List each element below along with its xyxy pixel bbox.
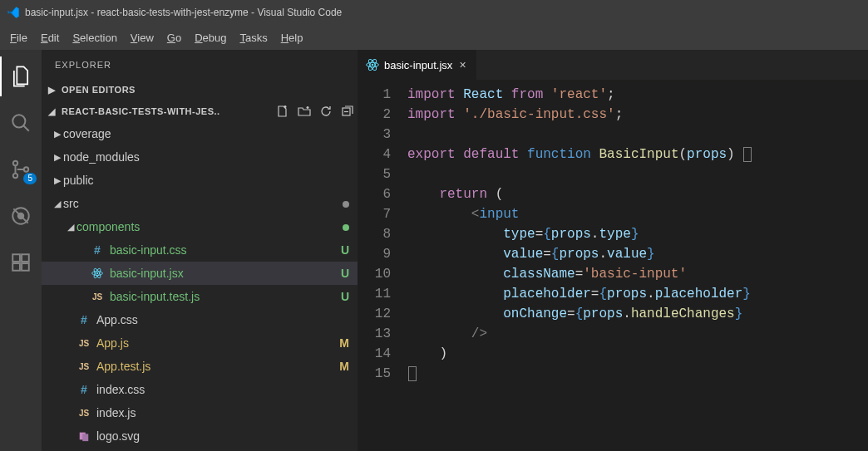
code-line[interactable]: return ( xyxy=(407,184,868,204)
svg-rect-19 xyxy=(82,434,88,441)
refresh-icon[interactable] xyxy=(319,105,333,118)
tree-label: basic-input.jsx xyxy=(110,267,333,280)
file-index-css[interactable]: #index.css xyxy=(42,378,358,401)
code-line[interactable]: onChange={props.handleChanges} xyxy=(407,304,868,324)
line-number: 3 xyxy=(358,125,391,145)
code-line[interactable]: ) xyxy=(407,344,868,364)
tree-label: index.js xyxy=(96,406,333,419)
window-title: basic-input.jsx - react-basic-tests-with… xyxy=(25,7,342,18)
svg-point-17 xyxy=(96,272,98,274)
code-line[interactable]: className='basic-input' xyxy=(407,264,868,284)
file-index-js[interactable]: JSindex.js xyxy=(42,401,358,424)
svg-rect-10 xyxy=(12,263,20,271)
tree-label: components xyxy=(76,220,333,233)
file-app-js[interactable]: JSApp.jsM xyxy=(42,331,358,355)
js-icon: JS xyxy=(76,362,91,371)
line-number: 7 xyxy=(358,204,391,224)
line-number: 13 xyxy=(358,324,391,344)
new-folder-icon[interactable] xyxy=(298,105,311,118)
code-line[interactable]: export default function BasicInput(props… xyxy=(407,145,868,164)
code-line[interactable]: import React from 'react'; xyxy=(407,85,868,105)
activity-extensions[interactable] xyxy=(0,243,42,282)
menu-file[interactable]: File xyxy=(3,28,34,47)
menu-debug[interactable]: Debug xyxy=(188,28,233,47)
code-line[interactable] xyxy=(407,125,868,145)
folder-components[interactable]: ◢components xyxy=(42,215,358,238)
tree-label: basic-input.test.js xyxy=(110,290,333,303)
activity-search[interactable] xyxy=(0,103,42,143)
extensions-icon xyxy=(10,252,32,273)
git-status: M xyxy=(333,336,349,350)
code-line[interactable] xyxy=(407,364,868,384)
file-basic-input-css[interactable]: #basic-input.cssU xyxy=(42,238,358,262)
activity-debug[interactable] xyxy=(0,196,42,236)
line-number: 4 xyxy=(358,145,391,164)
chevron-right-icon: ▶ xyxy=(52,152,63,163)
activity-explorer[interactable] xyxy=(0,56,42,96)
tree-label: App.test.js xyxy=(96,360,333,373)
tree-label: logo.svg xyxy=(96,429,333,443)
line-number: 15 xyxy=(358,364,391,384)
code-content[interactable]: import React from 'react';import './basi… xyxy=(407,85,868,451)
bracket-highlight xyxy=(743,147,752,162)
open-editors-label: OPEN EDITORS xyxy=(62,85,354,95)
git-status: U xyxy=(333,290,349,303)
hash-icon: # xyxy=(90,243,105,257)
file-app-css[interactable]: #App.css xyxy=(42,308,358,331)
file-basic-input-jsx[interactable]: basic-input.jsxU xyxy=(42,262,358,285)
editor-tabs: basic-input.jsx × xyxy=(358,50,868,80)
folder-coverage[interactable]: ▶coverage xyxy=(42,122,358,145)
close-icon[interactable]: × xyxy=(457,58,467,71)
chevron-right-icon: ▶ xyxy=(52,175,63,186)
tree-label: basic-input.css xyxy=(110,243,333,257)
sidebar: EXPLORER ▶ OPEN EDITORS ◢ REACT-BASIC-TE… xyxy=(42,50,358,451)
code-line[interactable]: placeholder={props.placeholder} xyxy=(407,284,868,304)
chevron-right-icon: ▶ xyxy=(52,129,63,140)
chevron-down-icon: ◢ xyxy=(48,106,58,117)
file-logo-svg[interactable]: logo.svg xyxy=(42,424,358,448)
hash-icon: # xyxy=(76,383,91,396)
tree-label: App.js xyxy=(96,336,333,350)
js-icon: JS xyxy=(90,292,105,301)
folder-public[interactable]: ▶public xyxy=(42,169,358,192)
section-open-editors[interactable]: ▶ OPEN EDITORS xyxy=(42,79,358,100)
file-app-test-js[interactable]: JSApp.test.jsM xyxy=(42,355,358,378)
folder-src[interactable]: ◢src xyxy=(42,192,358,215)
collapse-all-icon[interactable] xyxy=(341,105,354,118)
line-number: 11 xyxy=(358,284,391,304)
menu-help[interactable]: Help xyxy=(274,28,310,47)
line-number: 5 xyxy=(358,164,391,184)
tab-basic-input[interactable]: basic-input.jsx × xyxy=(358,50,477,80)
code-line[interactable]: import './basic-input.css'; xyxy=(407,105,868,125)
code-line[interactable]: type={props.type} xyxy=(407,224,868,244)
vscode-logo-icon xyxy=(7,6,20,19)
chevron-down-icon: ◢ xyxy=(65,222,76,233)
file-basic-input-test-js[interactable]: JSbasic-input.test.jsU xyxy=(42,285,358,308)
section-project[interactable]: ◢ REACT-BASIC-TESTS-WITH-JES.. xyxy=(42,100,358,122)
tree-label: App.css xyxy=(96,313,333,326)
menu-view[interactable]: View xyxy=(124,28,160,47)
project-label: REACT-BASIC-TESTS-WITH-JES.. xyxy=(62,106,276,116)
menu-selection[interactable]: Selection xyxy=(66,28,123,47)
code-editor[interactable]: 123456789101112131415 import React from … xyxy=(358,80,868,451)
tree-label: index.css xyxy=(96,383,333,396)
js-icon: JS xyxy=(76,339,91,348)
code-line[interactable]: /> xyxy=(407,324,868,344)
code-line[interactable]: value={props.value} xyxy=(407,244,868,264)
code-line[interactable] xyxy=(407,164,868,184)
new-file-icon[interactable] xyxy=(276,105,289,118)
menu-tasks[interactable]: Tasks xyxy=(233,28,274,47)
menu-edit[interactable]: Edit xyxy=(34,28,66,47)
menubar: FileEditSelectionViewGoDebugTasksHelp xyxy=(0,25,868,50)
titlebar: basic-input.jsx - react-basic-tests-with… xyxy=(0,0,868,25)
folder-node-modules[interactable]: ▶node_modules xyxy=(42,145,358,169)
activity-scm[interactable]: 5 xyxy=(0,150,42,189)
code-line[interactable]: <input xyxy=(407,204,868,224)
git-status: U xyxy=(333,267,349,280)
menu-go[interactable]: Go xyxy=(160,28,188,47)
bracket-highlight xyxy=(408,366,417,381)
git-status: M xyxy=(333,360,349,373)
line-number: 6 xyxy=(358,184,391,204)
purple-icon xyxy=(76,430,91,442)
line-number: 2 xyxy=(358,105,391,125)
